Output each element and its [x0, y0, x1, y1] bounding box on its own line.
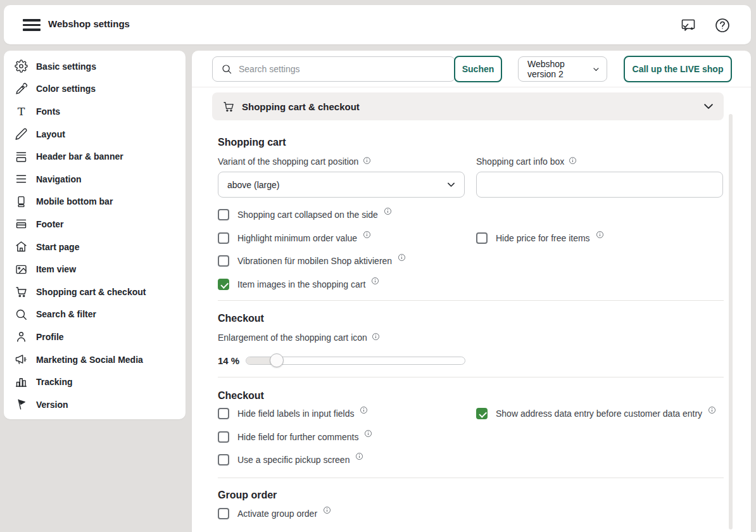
checkbox-row: Hide field for further comments	[218, 426, 465, 449]
svg-text:T: T	[17, 105, 25, 118]
live-shop-button[interactable]: Call up the LIVE shop	[624, 56, 732, 82]
checkbox-label: Item images in the shopping cart	[237, 279, 365, 289]
search-settings-field	[212, 56, 455, 82]
sidebar-item-label: Mobile bottom bar	[36, 196, 113, 206]
sidebar-item-shopping-cart-checkout[interactable]: Shopping cart & checkout	[4, 281, 186, 303]
sidebar-item-item-view[interactable]: Item view	[4, 258, 186, 281]
sidebar-item-label: Navigation	[36, 174, 82, 184]
checkbox-hide-field-labels[interactable]	[218, 408, 229, 419]
checkbox-label: Activate group order	[237, 509, 317, 519]
info-icon[interactable]	[371, 276, 379, 288]
sidebar-item-tracking[interactable]: Tracking	[4, 370, 186, 393]
sidebar-item-label: Start page	[36, 242, 79, 252]
field-label-text: Enlargement of the shopping cart icon	[218, 332, 367, 343]
sidebar-item-header-bar-banner[interactable]: Header bar & banner	[4, 145, 186, 168]
info-icon[interactable]	[398, 253, 406, 264]
checkbox-vibration-mobile[interactable]	[218, 255, 229, 267]
sidebar-item-marketing-social[interactable]: Marketing & Social Media	[4, 348, 186, 371]
section-header-shopping-cart-checkout[interactable]: Shopping cart & checkout	[212, 92, 724, 120]
help-icon[interactable]	[714, 17, 731, 34]
info-icon[interactable]	[360, 405, 368, 417]
eyedropper-icon	[14, 82, 28, 96]
sidebar-item-profile[interactable]: Profile	[4, 326, 186, 348]
info-icon[interactable]	[372, 332, 380, 343]
info-icon[interactable]	[708, 405, 716, 417]
serif-t-icon: T	[14, 104, 28, 118]
checkbox-label: Vibrationen für mobilen Shop aktivieren	[237, 256, 392, 266]
info-icon[interactable]	[363, 230, 371, 241]
variant-position-value: above (large)	[227, 180, 280, 190]
cart-icon-enlargement-slider-row: 14 %	[218, 353, 724, 368]
person-icon	[14, 330, 28, 344]
group-heading-checkout-2: Checkout	[218, 390, 724, 402]
checkbox-row: Show address data entry before customer …	[476, 402, 723, 426]
sidebar-item-label: Layout	[36, 129, 65, 139]
sidebar-item-navigation[interactable]: Navigation	[4, 168, 186, 191]
flag-icon	[14, 398, 28, 412]
sidebar-item-color-settings[interactable]: Color settings	[4, 78, 186, 101]
megaphone-icon	[14, 353, 28, 367]
sidebar-item-fonts[interactable]: T Fonts	[4, 100, 186, 123]
footer-icon	[14, 217, 28, 231]
field-label-infobox: Shopping cart info box	[476, 156, 723, 167]
header-bar-icon	[14, 149, 28, 163]
group-heading-shopping-cart: Shopping cart	[218, 137, 724, 148]
sidebar-item-label: Basic settings	[36, 61, 96, 72]
search-button[interactable]: Suchen	[454, 56, 502, 82]
sidebar-item-start-page[interactable]: Start page	[4, 236, 186, 258]
settings-toolbar: Suchen Webshop version 2 Call up the LIV…	[192, 51, 751, 87]
checkbox-address-before-customer-data[interactable]	[476, 408, 488, 419]
section-content: Shopping cart Variant of the shopping ca…	[192, 137, 751, 525]
gear-icon	[14, 60, 28, 73]
checkbox-row: Item images in the shopping cart	[218, 273, 465, 296]
slider-track[interactable]	[246, 357, 465, 365]
checkbox-cart-collapsed[interactable]	[218, 209, 229, 220]
checkbox-item-images-cart[interactable]	[218, 279, 229, 290]
sidebar-item-label: Header bar & banner	[36, 151, 123, 162]
sidebar-item-basic-settings[interactable]: Basic settings	[4, 55, 186, 78]
search-icon	[221, 63, 232, 75]
info-icon[interactable]	[355, 452, 363, 463]
chevron-down-icon	[446, 179, 457, 190]
webshop-version-select[interactable]: Webshop version 2	[518, 56, 607, 82]
info-icon[interactable]	[364, 429, 372, 440]
sidebar-item-label: Footer	[36, 219, 64, 229]
image-icon	[14, 262, 28, 276]
home-icon	[14, 240, 28, 254]
checkbox-label: Show address data entry before customer …	[496, 408, 702, 419]
checkbox-highlight-min-order[interactable]	[218, 232, 229, 244]
menu-lines-icon	[14, 172, 28, 186]
sidebar-item-label: Fonts	[36, 106, 60, 117]
info-icon[interactable]	[569, 156, 577, 167]
field-label-text: Variant of the shopping cart position	[218, 156, 358, 167]
feedback-review-icon[interactable]	[680, 17, 696, 34]
sidebar-item-search-filter[interactable]: Search & filter	[4, 303, 186, 326]
search-settings-input[interactable]	[239, 64, 448, 74]
sidebar-item-mobile-bottom-bar[interactable]: Mobile bottom bar	[4, 191, 186, 213]
sidebar-item-version[interactable]: Version	[4, 393, 186, 416]
checkbox-specific-pickup-screen[interactable]	[218, 454, 229, 466]
checkbox-activate-group-order[interactable]	[218, 508, 229, 519]
checkbox-label: Use a specific pickup screen	[237, 455, 350, 465]
checkbox-hide-price-free-items[interactable]	[476, 232, 488, 244]
shopping-cart-infobox-input[interactable]	[476, 172, 723, 198]
sidebar-item-layout[interactable]: Layout	[4, 123, 186, 146]
hamburger-menu-icon[interactable]	[23, 19, 41, 31]
chevron-down-icon[interactable]	[702, 100, 715, 113]
field-label-text: Shopping cart info box	[476, 156, 564, 167]
bar-chart-icon	[14, 375, 28, 389]
vertical-scrollbar[interactable]	[729, 114, 733, 529]
info-icon[interactable]	[596, 230, 604, 241]
sidebar-item-label: Shopping cart & checkout	[36, 287, 146, 297]
info-icon[interactable]	[323, 505, 331, 517]
field-label-enlargement: Enlargement of the shopping cart icon	[218, 332, 724, 343]
sidebar-item-label: Version	[36, 400, 68, 410]
info-icon[interactable]	[384, 206, 392, 218]
sidebar-item-footer[interactable]: Footer	[4, 213, 186, 236]
checkbox-hide-further-comments[interactable]	[218, 431, 229, 443]
info-icon[interactable]	[363, 156, 371, 167]
search-icon	[14, 307, 28, 321]
slider-thumb[interactable]	[270, 353, 284, 367]
settings-main-panel: Suchen Webshop version 2 Call up the LIV…	[192, 51, 751, 532]
variant-position-select[interactable]: above (large)	[218, 172, 465, 198]
